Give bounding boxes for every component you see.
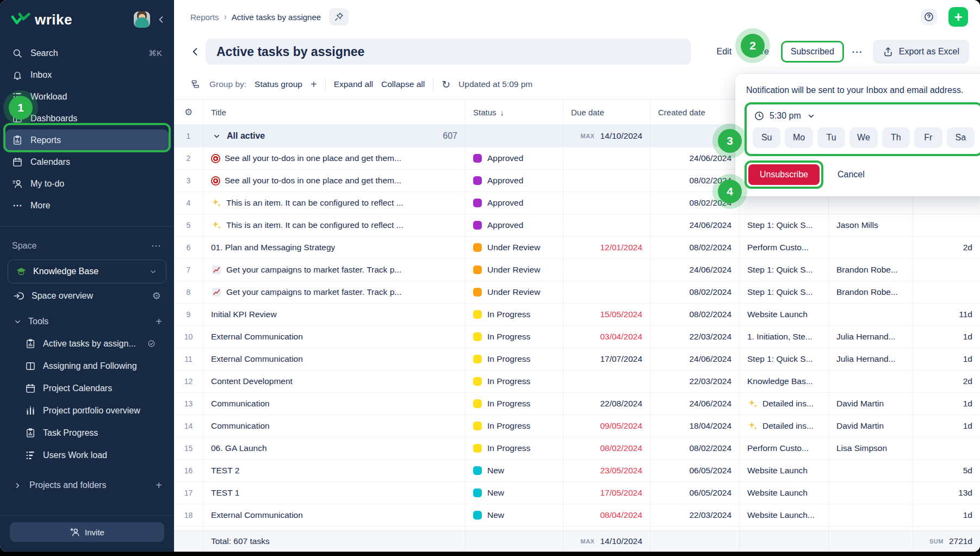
sidebar-item-calendars[interactable]: Calendars <box>5 151 169 173</box>
weekday-chip-sa[interactable]: Sa <box>947 127 975 148</box>
column-header-title[interactable]: Title <box>203 100 466 125</box>
sidebar-item-space-overview[interactable]: Space overview ⚙ <box>0 285 174 307</box>
sidebar-item-my-to-do[interactable]: My to-do <box>5 173 169 195</box>
table-row[interactable]: 12Content DevelopmentIn Progress22/03/20… <box>174 370 980 393</box>
sidebar-item-reports[interactable]: Reports <box>5 129 169 151</box>
invite-button[interactable]: Invite <box>10 522 164 542</box>
time-selector[interactable]: 5:30 pm <box>754 110 973 121</box>
weekday-chip-tu[interactable]: Tu <box>817 127 845 148</box>
weekday-chip-we[interactable]: We <box>849 127 877 148</box>
sidebar-logo-row: wrike <box>0 0 174 36</box>
wrike-logo-icon <box>11 12 30 27</box>
sidebar-tool-project-calendars[interactable]: Project Calendars <box>0 377 174 399</box>
sidebar-nav: Search⌘KInboxWorkloadDashboardsReportsCa… <box>0 36 174 217</box>
create-new-button[interactable]: + <box>948 7 968 27</box>
sidebar-item-more[interactable]: More <box>5 195 169 217</box>
user-avatar[interactable] <box>134 11 150 28</box>
sidebar-item-inbox[interactable]: Inbox <box>5 64 169 86</box>
notification-message: Notification will be sent to your Inbox … <box>746 84 980 97</box>
column-header-due-date[interactable]: Due date <box>563 100 650 125</box>
space-settings-gear-icon[interactable]: ⚙ <box>152 290 161 302</box>
table-row[interactable]: 10External CommunicationIn Progress03/04… <box>174 326 980 348</box>
breadcrumb-current: Active tasks by assignee <box>232 13 321 22</box>
sidebar-tool-task-progress[interactable]: Task Progress <box>0 422 174 444</box>
add-tool-icon[interactable]: + <box>156 316 162 328</box>
column-header-status[interactable]: Status ↓ <box>466 100 563 125</box>
status-cell: Under Review <box>466 281 563 303</box>
weekday-chip-th[interactable]: Th <box>882 127 910 148</box>
footer-empty-cell <box>174 531 203 552</box>
weekday-chip-su[interactable]: Su <box>753 127 780 148</box>
help-button[interactable] <box>921 9 937 25</box>
edit-button[interactable]: Edit <box>717 47 732 57</box>
table-settings-gear-icon[interactable]: ⚙ <box>184 107 193 118</box>
task-title-cell: See all your to-dos in one place and get… <box>203 147 466 169</box>
table-row[interactable]: 11External CommunicationIn Progress17/07… <box>174 348 980 370</box>
sidebar-tool-users-work-load[interactable]: Users Work load <box>0 444 174 466</box>
more-actions-icon[interactable]: ⋯ <box>852 45 863 58</box>
export-excel-button[interactable]: Export as Excel <box>873 40 969 64</box>
project-cell: 1. Initiation, Ste... <box>740 326 829 348</box>
space-name: Knowledge Base <box>33 267 98 276</box>
space-more-icon[interactable]: ⋯ <box>151 240 162 252</box>
add-group-icon[interactable]: + <box>311 78 317 91</box>
share-button[interactable]: Share <box>746 47 769 57</box>
table-row[interactable]: 18External CommunicationNew08/04/202422/… <box>174 504 980 527</box>
created-date-cell: 08/02/2024 <box>650 237 740 258</box>
status-color-chip <box>473 355 482 363</box>
footer-empty-cell <box>829 531 913 552</box>
table-row[interactable]: 8Get your campaigns to market faster. Tr… <box>174 281 980 304</box>
collapse-sidebar-icon[interactable] <box>156 14 166 25</box>
refresh-icon[interactable]: ↻ <box>442 78 450 91</box>
row-number: 16 <box>174 460 203 481</box>
tools-section-header[interactable]: Tools + <box>0 311 174 332</box>
table-row[interactable]: 13CommunicationIn Progress22/08/202424/0… <box>174 393 980 415</box>
status-color-chip <box>473 243 482 252</box>
sidebar-item-search[interactable]: Search⌘K <box>5 42 169 64</box>
assignee-cell: Lisa Simpson <box>829 437 913 459</box>
group-by-icon <box>190 79 201 90</box>
space-selector[interactable]: Knowledge Base <box>8 260 166 283</box>
sidebar-item-projects-and-folders[interactable]: Projects and folders + <box>0 474 174 497</box>
expand-all-button[interactable]: Expand all <box>334 79 373 89</box>
weekday-chip-fr[interactable]: Fr <box>914 127 942 148</box>
task-title: 01. Plan and Messaging Strategy <box>211 243 335 252</box>
breadcrumb-reports-link[interactable]: Reports <box>190 13 219 22</box>
table-row[interactable]: 1506. GA LaunchIn Progress08/02/202408/0… <box>174 437 980 460</box>
task-title: Communication <box>211 399 270 409</box>
report-title-input[interactable]: Active tasks by assignee <box>206 39 691 65</box>
collapse-all-button[interactable]: Collapse all <box>381 79 425 89</box>
created-date-cell: 08/02/2024 <box>650 304 740 325</box>
table-row[interactable]: 7Get your campaigns to market faster. Tr… <box>174 259 980 281</box>
cancel-button[interactable]: Cancel <box>838 170 865 180</box>
sum-label: SUM <box>929 538 944 545</box>
column-settings-cell[interactable]: ⚙ <box>174 100 203 125</box>
created-date-cell: 24/06/2024 <box>650 393 740 415</box>
unsubscribe-button[interactable]: Unsubscribe <box>748 164 820 185</box>
sidebar-tool-project-portfolio-overview[interactable]: Project portfolio overview <box>0 399 174 422</box>
footer-max-due: MAX 14/10/2024 <box>563 531 650 552</box>
add-project-icon[interactable]: + <box>156 479 162 492</box>
weekday-chip-mo[interactable]: Mo <box>785 127 812 148</box>
table-row[interactable]: 16TEST 2New23/05/202406/05/2024Website L… <box>174 460 980 482</box>
group-by-value[interactable]: Status group <box>255 79 302 89</box>
table-row[interactable]: 601. Plan and Messaging StrategyUnder Re… <box>174 237 980 259</box>
sidebar-tool-assigning-and-following[interactable]: Assigning and Following <box>0 355 174 377</box>
sidebar-tool-active-tasks-by-assign-[interactable]: Active tasks by assign... <box>0 332 174 355</box>
table-row[interactable]: 9Initial KPI ReviewIn Progress15/05/2024… <box>174 304 980 326</box>
sidebar-item-workload[interactable]: Workload <box>5 86 169 108</box>
table-row[interactable]: 5This is an item. It can be configured t… <box>174 214 980 237</box>
subscribed-button[interactable]: Subscribed <box>781 41 844 63</box>
row-number: 5 <box>174 214 203 236</box>
sidebar-item-label: Inbox <box>30 70 52 80</box>
table-row[interactable]: 17TEST 1New17/05/202406/05/2024Website L… <box>174 482 980 504</box>
back-button[interactable] <box>188 45 202 59</box>
table-row[interactable]: 14CommunicationIn Progress09/05/202418/0… <box>174 415 980 437</box>
due-date-cell: 03/04/2024 <box>563 326 650 348</box>
chevron-down-icon[interactable] <box>211 131 222 141</box>
sidebar-item-dashboards[interactable]: Dashboards <box>5 108 169 129</box>
project-name: Step 1: Quick S... <box>747 220 813 230</box>
pin-report-button[interactable] <box>329 8 349 26</box>
column-header-created-date[interactable]: Created date <box>650 100 740 125</box>
search-icon <box>12 48 23 59</box>
